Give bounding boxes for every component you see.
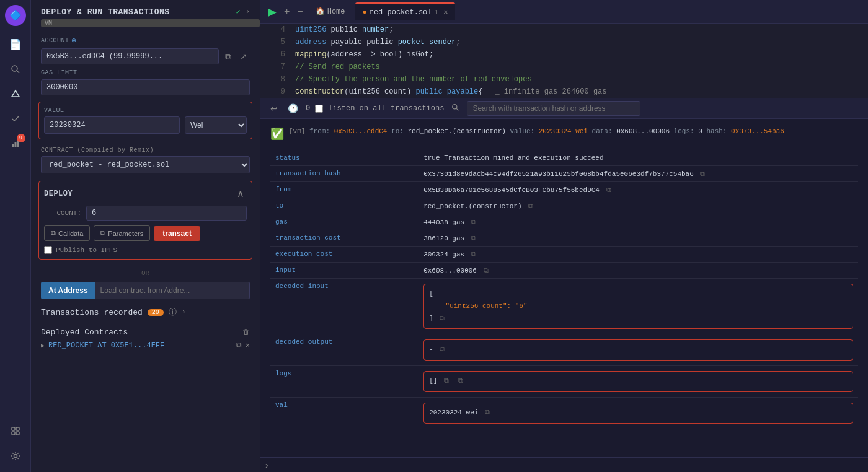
table-row: val 20230324 wei ⧉: [270, 397, 858, 429]
zoom-out-btn[interactable]: −: [294, 5, 305, 19]
code-line-4: 4 uint256 public number ;: [260, 24, 868, 36]
nav-plugin[interactable]: [4, 420, 27, 442]
account-copy-btn[interactable]: ⧉: [223, 50, 234, 63]
table-row: status true Transaction mined and execut…: [270, 151, 858, 166]
field-val-to: red_pocket.(constructor) ⧉: [418, 198, 858, 214]
field-val-exec-cost: 309324 gas ⧉: [418, 247, 858, 263]
exec-cost-copy-btn[interactable]: ⧉: [469, 250, 479, 258]
contract-close-icon[interactable]: ✕: [246, 341, 250, 350]
trash-icon[interactable]: 🗑: [242, 328, 250, 337]
tx-cost-copy-btn[interactable]: ⧉: [469, 234, 479, 242]
svg-point-9: [14, 455, 17, 458]
at-address-row: At Address: [31, 282, 260, 299]
svg-rect-8: [16, 432, 19, 435]
logs-copy2-btn[interactable]: ⧉: [456, 377, 466, 385]
field-key-tx-hash: transaction hash: [270, 166, 418, 182]
tab-bar: ▶ + − 🏠 Home ● red_pocket.sol 1 ✕: [260, 0, 868, 24]
svg-rect-5: [12, 427, 15, 430]
svg-rect-6: [16, 427, 19, 430]
svg-line-11: [457, 108, 459, 110]
contract-chevron-icon[interactable]: ▶: [41, 342, 45, 349]
contract-section: CONTRACT (Compiled by Remix) red_pocket …: [31, 144, 260, 176]
gas-limit-input[interactable]: [41, 79, 250, 95]
svg-rect-3: [14, 142, 16, 147]
logs-copy-btn[interactable]: ⧉: [441, 377, 451, 385]
search-input[interactable]: [467, 101, 640, 116]
nav-settings[interactable]: [4, 445, 27, 467]
tx-result-area: ✅ [vm] from: 0x5B3...eddC4 to: red_pocke…: [260, 119, 868, 457]
svg-point-0: [12, 66, 17, 71]
decoded-output-content: - ⧉: [429, 344, 848, 356]
transactions-header: Transactions recorded 20 ⓘ ›: [41, 307, 250, 318]
value-unit-select[interactable]: Wei Gwei Finney Ether: [185, 116, 247, 134]
nav-test[interactable]: [4, 108, 27, 130]
at-address-btn[interactable]: At Address: [41, 282, 95, 299]
tx-hash-copy-btn[interactable]: ⧉: [698, 170, 707, 178]
count-label: COUNT:: [44, 209, 81, 217]
at-address-input[interactable]: [95, 282, 250, 299]
main-area: ▶ + − 🏠 Home ● red_pocket.sol 1 ✕ 4 uint…: [260, 0, 868, 472]
tab-home[interactable]: 🏠 Home: [308, 3, 353, 20]
field-val-status: true Transaction mined and execution suc…: [418, 151, 858, 166]
check-icon[interactable]: ✓: [236, 7, 241, 17]
input-copy-btn[interactable]: ⧉: [481, 266, 491, 274]
calldata-btn[interactable]: ⧉ Calldata: [44, 225, 90, 241]
transact-btn[interactable]: transact: [154, 226, 200, 241]
transactions-section: Transactions recorded 20 ⓘ ›: [31, 299, 260, 320]
table-row: decoded input [ "uint256 count": "6" ] ⧉: [270, 279, 858, 334]
to-copy-btn[interactable]: ⧉: [526, 202, 536, 210]
nav-search[interactable]: [4, 58, 27, 81]
field-key-decoded-output: decoded output: [270, 334, 418, 366]
listen-checkbox[interactable]: [315, 105, 323, 113]
svg-rect-7: [12, 432, 15, 435]
decoded-input-copy-btn[interactable]: ⧉: [437, 314, 447, 322]
app-logo: 🔷: [5, 5, 26, 26]
contract-copy-icon[interactable]: ⧉: [236, 341, 242, 350]
account-label: ACCOUNT ⊕: [31, 32, 260, 47]
contract-label: CONTRACT (Compiled by Remix): [41, 147, 250, 154]
chevron-right-icon[interactable]: ›: [246, 7, 250, 17]
decoded-output-copy-btn[interactable]: ⧉: [437, 345, 447, 353]
val-copy-btn[interactable]: ⧉: [482, 408, 492, 416]
transactions-chevron-icon[interactable]: ›: [182, 308, 186, 317]
count-input[interactable]: [86, 206, 247, 221]
bottom-chevron-btn[interactable]: ›: [265, 460, 268, 470]
deploy-collapse-btn[interactable]: ∧: [234, 186, 247, 201]
svg-line-1: [17, 71, 19, 73]
field-val-logs: [] ⧉ ⧉: [418, 366, 858, 398]
or-divider: OR: [31, 264, 260, 282]
zoom-in-btn[interactable]: +: [281, 5, 292, 19]
contract-name[interactable]: RED_POCKET AT 0X5E1...4EFF: [48, 341, 232, 350]
tx-header-text: [vm] from: 0x5B3...eddC4 to: red_pocket.…: [289, 126, 784, 138]
nav-files[interactable]: 📄: [4, 33, 27, 56]
account-info-icon[interactable]: ⊕: [72, 36, 77, 45]
table-row: decoded output - ⧉: [270, 334, 858, 366]
deployed-title: Deployed Contracts: [41, 328, 128, 337]
run-btn[interactable]: ▶: [265, 5, 279, 19]
gas-copy-btn[interactable]: ⧉: [469, 218, 479, 226]
table-row: gas 444038 gas ⧉: [270, 214, 858, 230]
transactions-info-icon[interactable]: ⓘ: [169, 307, 177, 318]
tab-file[interactable]: ● red_pocket.sol 1 ✕: [355, 2, 456, 20]
publish-checkbox[interactable]: [44, 246, 52, 254]
clock-icon[interactable]: 🕐: [285, 102, 301, 115]
vm-badge: VM: [41, 19, 260, 27]
back-btn[interactable]: ↩: [268, 102, 280, 115]
contract-select[interactable]: red_pocket - red_pocket.sol: [41, 156, 250, 173]
value-input[interactable]: [44, 116, 180, 134]
decoded-input-content: [ "uint256 count": "6" ] ⧉: [429, 288, 848, 325]
nav-deploy[interactable]: [4, 83, 27, 105]
nav-analytics[interactable]: 9: [4, 133, 27, 155]
table-row: transaction hash 0x37301d8e9dacb44c94df2…: [270, 166, 858, 182]
publish-label[interactable]: Publish to IPFS: [56, 247, 117, 254]
close-tab-icon[interactable]: ✕: [443, 7, 448, 17]
account-input[interactable]: [41, 48, 219, 64]
panel-header: DEPLOY & RUN TRANSACTIONS ✓ ›: [31, 0, 260, 19]
tx-header-row: ✅ [vm] from: 0x5B3...eddC4 to: red_pocke…: [270, 126, 858, 141]
account-external-btn[interactable]: ↗: [237, 50, 250, 63]
listen-label[interactable]: listen on all transactions: [328, 104, 444, 113]
parameters-btn[interactable]: ⧉ Parameters: [94, 225, 150, 241]
search-icon[interactable]: [449, 102, 462, 115]
field-val-val: 20230324 wei ⧉: [418, 397, 858, 429]
from-copy-btn[interactable]: ⧉: [604, 186, 614, 194]
